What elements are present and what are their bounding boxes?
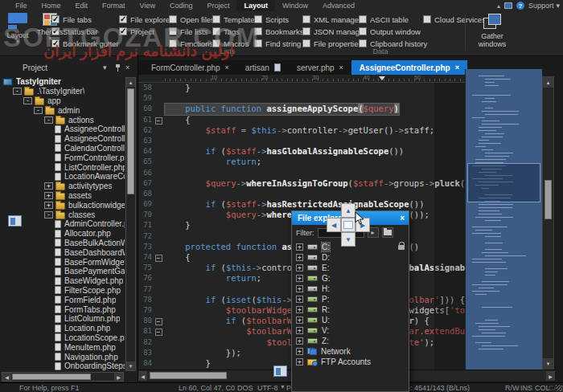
panel-checkbox[interactable]: Project (119, 27, 154, 36)
tree-item[interactable]: FormTabs.php (0, 304, 125, 314)
tree-item[interactable]: OnboardingSteps (0, 361, 125, 371)
expand-toggle-icon[interactable]: + (296, 316, 303, 324)
tree-item[interactable]: BasePaymentGate (0, 267, 125, 276)
drive-item[interactable]: + Z: (292, 336, 409, 346)
status-readwrite[interactable]: R/W (505, 384, 520, 392)
dock-top-icon[interactable]: ▲ (341, 203, 355, 218)
expand-toggle-icon[interactable]: + (296, 243, 303, 251)
code-line[interactable]: 67 $query->whereInAssignToGroup($staff->… (138, 178, 465, 189)
tree-item[interactable]: MenuItem.php (0, 342, 125, 352)
expand-toggle-icon[interactable]: - (23, 97, 32, 104)
tree-item[interactable]: Allocator.php (0, 229, 125, 239)
tree-item[interactable]: + assets (0, 191, 125, 201)
tree-item[interactable]: - actions (0, 115, 125, 125)
tree-item[interactable]: AssigneeControlle (0, 125, 125, 134)
tree-item[interactable]: AssigneeControlle (0, 134, 125, 144)
tree-item[interactable]: TastyIgniter (0, 77, 125, 87)
tree-item[interactable]: Location.php (0, 324, 125, 333)
editor-tab[interactable]: artisan × (237, 60, 289, 75)
pin-icon[interactable] (114, 63, 121, 72)
code-line[interactable]: 62 $staff = $this->controller->getUser()… (138, 125, 465, 136)
panel-close-icon[interactable]: × (400, 211, 405, 225)
tab-close-icon[interactable]: × (455, 63, 459, 71)
drive-item[interactable]: + V: (292, 325, 409, 336)
scrollbar-thumb[interactable] (127, 88, 134, 194)
tree-item[interactable]: FilterScope.php (0, 286, 125, 296)
tree-item[interactable]: - .\TastyIgniter\ (0, 87, 125, 96)
code-line[interactable]: 59 (138, 93, 465, 104)
panel-checkbox[interactable]: Open files (169, 14, 215, 24)
status-encoding[interactable]: UTF-8 (257, 384, 278, 392)
dock-bottom-icon[interactable]: ▼ (341, 232, 355, 247)
code-line[interactable]: 60 public function assigneeApplyScope($q… (138, 104, 465, 114)
drive-item[interactable]: + Network (292, 346, 409, 357)
minimap-viewport[interactable] (467, 163, 540, 202)
panel-checkbox[interactable]: Templates (212, 14, 258, 24)
expand-toggle-icon[interactable]: + (296, 254, 303, 261)
editor-tab[interactable]: server.php × (289, 60, 351, 75)
expand-toggle-icon[interactable]: + (296, 306, 303, 313)
expand-toggle-icon[interactable]: - (44, 116, 53, 124)
tree-item[interactable]: Navigation.php (0, 352, 125, 361)
status-eol-mode[interactable]: DOS (237, 384, 253, 392)
tree-item[interactable]: FormField.php (0, 295, 125, 304)
tree-item[interactable]: + bulkactionwidgets (0, 200, 125, 210)
tree-item[interactable]: BaseWidget.php (0, 276, 125, 286)
tree-item[interactable]: LocationAwareCo (0, 172, 125, 182)
scrollbar-thumb[interactable] (545, 180, 552, 219)
code-line[interactable]: 65 return; (138, 157, 465, 167)
resize-grip[interactable] (556, 385, 562, 391)
browse-folder-button[interactable] (382, 227, 393, 238)
dock-center-icon[interactable] (341, 218, 355, 232)
tree-item[interactable]: CalendarControlle (0, 144, 125, 153)
menu-item[interactable]: View (133, 0, 162, 11)
fold-toggle-icon[interactable]: − (155, 318, 162, 325)
panel-checkbox[interactable]: Bookmarks (254, 27, 304, 36)
support-menu[interactable]: Support▾ (528, 2, 560, 10)
drive-item[interactable]: + G: (292, 273, 409, 284)
tree-item[interactable]: LocationScope.ph (0, 333, 125, 343)
fold-toggle-icon[interactable]: − (155, 117, 162, 125)
scroll-down-icon[interactable]: ▼ (126, 361, 135, 370)
menu-item[interactable]: Edit (68, 0, 96, 11)
expand-toggle-icon[interactable]: + (296, 327, 303, 334)
minimap[interactable] (465, 69, 542, 370)
tab-close-icon[interactable]: × (339, 63, 343, 71)
project-tree-vertical-scrollbar[interactable]: ▲ ▼ (125, 77, 136, 371)
expand-toggle-icon[interactable]: + (296, 337, 303, 345)
tree-item[interactable]: - admin (0, 105, 125, 115)
scroll-down-icon[interactable]: ▼ (543, 358, 553, 369)
tree-item[interactable]: - app (0, 96, 125, 106)
tab-close-icon[interactable]: × (225, 63, 229, 71)
expand-toggle-icon[interactable]: - (34, 107, 43, 114)
scroll-right-icon[interactable]: ▶ (546, 371, 555, 381)
tree-item[interactable]: BaseBulkActionW (0, 239, 125, 248)
panel-menu-icon[interactable]: ▾ (103, 63, 107, 71)
dock-right-icon[interactable]: ▶ (355, 218, 370, 232)
menu-item[interactable]: Format (95, 0, 133, 11)
code-line[interactable]: 66 (138, 168, 465, 178)
drive-item[interactable]: + FTP Accounts (292, 357, 409, 367)
dock-left-icon[interactable]: ◀ (327, 218, 341, 232)
drive-item[interactable]: + R: (292, 304, 409, 315)
code-line[interactable]: 69 if ($staff->hasRestrictedAssignableSc… (138, 199, 465, 210)
panel-checkbox[interactable]: JSON manager (302, 27, 366, 36)
expand-toggle-icon[interactable]: + (44, 182, 53, 190)
code-line[interactable]: 68 (138, 189, 465, 199)
tree-item[interactable]: BaseFormWidget. (0, 257, 125, 267)
fold-toggle-icon[interactable]: − (155, 255, 162, 262)
panel-checkbox[interactable]: Status bar (51, 27, 97, 36)
panel-checkbox[interactable]: ASCII table (359, 14, 409, 24)
status-insert-mode[interactable]: INS (520, 384, 532, 392)
expand-toggle-icon[interactable]: + (44, 202, 53, 209)
expand-toggle-icon[interactable]: + (296, 264, 303, 272)
menu-item[interactable]: File (8, 0, 35, 11)
panel-close-icon[interactable]: × (125, 63, 129, 71)
expand-toggle-icon[interactable]: + (296, 296, 303, 303)
scroll-left-icon[interactable]: ◀ (138, 371, 147, 381)
scroll-up-icon[interactable]: ▲ (126, 78, 135, 87)
tree-item[interactable]: ListColumn.php (0, 314, 125, 324)
code-line[interactable]: 64 if ($staff->hasGlobalAssignableScope(… (138, 146, 465, 157)
panel-checkbox[interactable]: Find string (254, 39, 301, 48)
scroll-up-icon[interactable]: ▲ (543, 77, 553, 88)
